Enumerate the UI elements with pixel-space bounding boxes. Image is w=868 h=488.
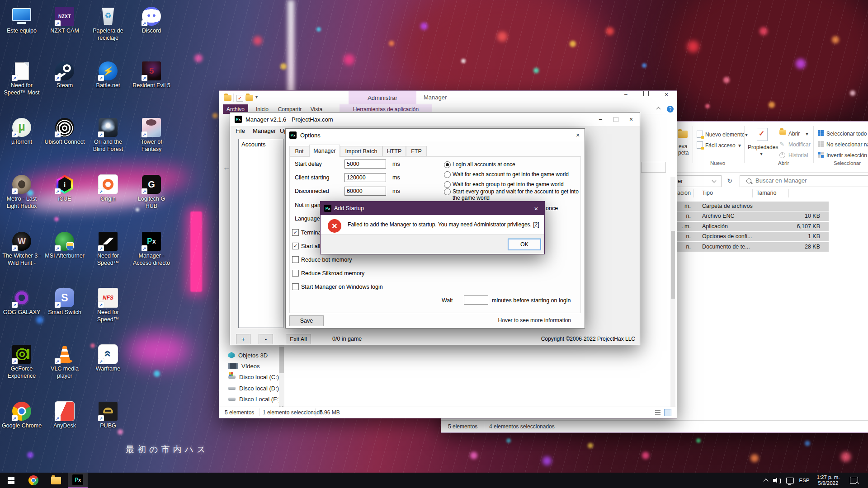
breadcrumb-dropdown-icon[interactable] bbox=[712, 178, 717, 183]
new-item-dropdown-icon[interactable]: ▾ bbox=[745, 131, 748, 138]
edit-button[interactable]: Modificar bbox=[788, 141, 811, 148]
remove-button[interactable]: - bbox=[259, 334, 273, 344]
checkbox-reduce-bot-memory[interactable] bbox=[292, 256, 299, 263]
easy-access-dropdown-icon[interactable]: ▾ bbox=[738, 142, 741, 149]
desktop-icon-gog-galaxy[interactable]: ↗GOG GALAXY bbox=[1, 288, 42, 316]
refresh-button[interactable]: ↻ bbox=[723, 175, 736, 186]
ok-button[interactable]: OK bbox=[508, 239, 541, 250]
desktop-icon-origin[interactable]: ↗Origin bbox=[88, 174, 128, 203]
add-button[interactable]: + bbox=[236, 334, 250, 344]
field-input-client-starting[interactable] bbox=[344, 173, 386, 182]
action-center-button[interactable] bbox=[846, 473, 862, 488]
desktop-icon-metro-last-light-redux[interactable]: ↗Metro - Last Light Redux bbox=[1, 174, 42, 210]
invert-selection-button[interactable]: Invertir selección bbox=[826, 152, 867, 159]
accounts-tree[interactable]: Accounts bbox=[238, 139, 283, 328]
minimize-button[interactable]: − bbox=[594, 113, 607, 126]
qat-new-folder-icon[interactable] bbox=[245, 95, 253, 101]
network-button[interactable] bbox=[784, 473, 796, 488]
options-tab-http[interactable]: HTTP bbox=[382, 146, 406, 156]
properties-dropdown-icon[interactable]: ▾ bbox=[760, 150, 763, 157]
options-tab-bot[interactable]: Bot bbox=[289, 146, 309, 156]
desktop-icon-steam[interactable]: ↗Steam bbox=[44, 61, 85, 89]
options-tab-ftp[interactable]: FTP bbox=[406, 146, 427, 156]
desktop-icon-need-for-speed[interactable]: ↗Need for Speed™ bbox=[88, 231, 128, 267]
close-button[interactable]: × bbox=[624, 113, 638, 126]
start-button[interactable] bbox=[0, 473, 22, 488]
contextual-title-tab[interactable]: Administrar bbox=[349, 91, 416, 104]
nav-scrollbar[interactable] bbox=[279, 345, 284, 409]
select-all-button[interactable]: Seleccionar todo bbox=[826, 131, 867, 137]
view-details-button[interactable] bbox=[654, 409, 661, 416]
desktop-icon-geforce-experience[interactable]: ↗GeForce Experience bbox=[1, 344, 42, 380]
hidden-icons-button[interactable] bbox=[760, 473, 771, 488]
qat-customize-icon[interactable]: ▾ bbox=[255, 94, 258, 99]
desktop-icon-msi-afterburner[interactable]: ↗MSI Afterburner bbox=[44, 231, 85, 260]
field-input-start-delay[interactable] bbox=[344, 160, 386, 169]
desktop-icon-anydesk[interactable]: ↗AnyDesk bbox=[44, 401, 85, 430]
desktop-icon-resident-evil-5[interactable]: ↗Resident Evil 5 bbox=[131, 61, 172, 89]
radio-3[interactable] bbox=[444, 181, 451, 188]
accounts-root[interactable]: Accounts bbox=[241, 141, 265, 148]
maximize-button[interactable] bbox=[609, 113, 623, 126]
taskbar-explorer-button[interactable] bbox=[45, 473, 67, 488]
desktop-icon-smart-switch[interactable]: ↗Smart Switch bbox=[44, 288, 85, 316]
menu-manager[interactable]: Manager bbox=[253, 127, 276, 134]
checkbox-reduce-silkroad-memory[interactable] bbox=[292, 270, 299, 277]
desktop-icon-need-for-speed-most-wanted[interactable]: ↗Need for Speed™ Most Wanted bbox=[1, 61, 42, 97]
new-folder-icon[interactable] bbox=[678, 131, 688, 138]
select-none-button[interactable]: No seleccionar na bbox=[826, 141, 868, 148]
nav-item-disco-local-c[interactable]: Disco local (C:) bbox=[228, 373, 279, 382]
checkbox-start-all[interactable]: ✓ bbox=[292, 243, 299, 249]
desktop-icon-battle-net[interactable]: ↗Battle.net bbox=[88, 61, 128, 89]
exit-all-button[interactable]: Exit All bbox=[286, 334, 311, 344]
desktop-icon-logitech-g-hub[interactable]: ↗Logitech G HUB bbox=[131, 174, 172, 210]
radio-1[interactable] bbox=[444, 161, 451, 168]
open-dropdown-icon[interactable]: ▾ bbox=[806, 131, 808, 137]
desktop-icon-the-witcher-3-wild-hunt-ga[interactable]: ↗The Witcher 3 - Wild Hunt - Ga... bbox=[1, 231, 42, 267]
desktop-icon-nzxt-cam[interactable]: ↗NZXT CAM bbox=[44, 6, 85, 35]
close-button[interactable]: × bbox=[572, 129, 584, 141]
easy-access-button[interactable]: Fácil acceso bbox=[705, 142, 736, 149]
nav-item-disco-local-e[interactable]: Disco Local (E:) bbox=[228, 395, 281, 404]
new-item-button[interactable]: Nuevo elemento bbox=[705, 131, 745, 138]
desktop-icon-discord[interactable]: ↗Discord bbox=[131, 6, 172, 35]
history-button[interactable]: Historial bbox=[788, 152, 808, 159]
desktop-icon-vlc-media-player[interactable]: ↗VLC media player bbox=[44, 344, 85, 380]
new-folder-label-fragment[interactable]: eva bbox=[679, 143, 687, 150]
desktop-icon-torrent[interactable]: ↗µTorrent bbox=[1, 117, 42, 146]
desktop-icon-ubisoft-connect[interactable]: ↗Ubisoft Connect bbox=[44, 117, 85, 146]
minimize-button[interactable]: − bbox=[619, 91, 632, 98]
desktop-icon-need-for-speed-payback[interactable]: ↗Need for Speed™ Payback bbox=[88, 288, 128, 324]
desktop-icon-ori-and-the-blind-forest-definitiv[interactable]: ↗Ori and the Blind Forest Definitiv... bbox=[88, 117, 128, 153]
wait-input[interactable] bbox=[464, 296, 488, 305]
column-tamano[interactable]: Tamaño bbox=[756, 190, 776, 196]
address-bar-fragment[interactable] bbox=[641, 162, 666, 173]
checkbox-start-manager-on-windows-login[interactable] bbox=[292, 283, 299, 290]
search-box[interactable] bbox=[740, 175, 868, 187]
ribbon-collapse-icon[interactable] bbox=[656, 107, 661, 112]
language-indicator[interactable]: ESP bbox=[797, 473, 812, 488]
taskbar-chrome-button[interactable] bbox=[23, 473, 44, 488]
field-input-disconnected[interactable] bbox=[344, 187, 386, 196]
close-button[interactable]: × bbox=[660, 91, 673, 98]
desktop-icon-warframe[interactable]: ↗Warframe bbox=[88, 344, 128, 373]
nav-item-objetos-3d[interactable]: Objetos 3D bbox=[228, 351, 268, 360]
help-button[interactable]: ? bbox=[667, 106, 674, 113]
save-button[interactable]: Save bbox=[289, 315, 324, 326]
maximize-button[interactable] bbox=[639, 91, 653, 96]
properties-button[interactable]: Propiedades bbox=[748, 144, 778, 150]
radio-4[interactable] bbox=[444, 188, 451, 195]
desktop-icon-pubg[interactable]: ↗PUBG bbox=[88, 401, 128, 430]
open-button[interactable]: Abrir bbox=[788, 131, 800, 137]
desktop-icon-papelera-de-reciclaje[interactable]: Papelera de reciclaje bbox=[88, 6, 128, 42]
new-folder-label-fragment2[interactable]: peta bbox=[678, 150, 689, 156]
view-icons-button[interactable] bbox=[664, 409, 671, 416]
menu-file[interactable]: File bbox=[236, 127, 245, 134]
desktop-icon-google-chrome[interactable]: ↗Google Chrome bbox=[1, 401, 42, 430]
nav-item-disco-local-d[interactable]: Disco local (D:) bbox=[228, 384, 279, 393]
taskbar-manager-button[interactable] bbox=[68, 473, 88, 488]
options-tab-manager[interactable]: Manager bbox=[309, 145, 340, 157]
checkbox-terminat[interactable]: ✓ bbox=[292, 229, 299, 236]
qat-properties-icon[interactable]: ✓ bbox=[236, 95, 243, 102]
desktop-icon-icue[interactable]: ↗iCUE bbox=[44, 174, 85, 203]
